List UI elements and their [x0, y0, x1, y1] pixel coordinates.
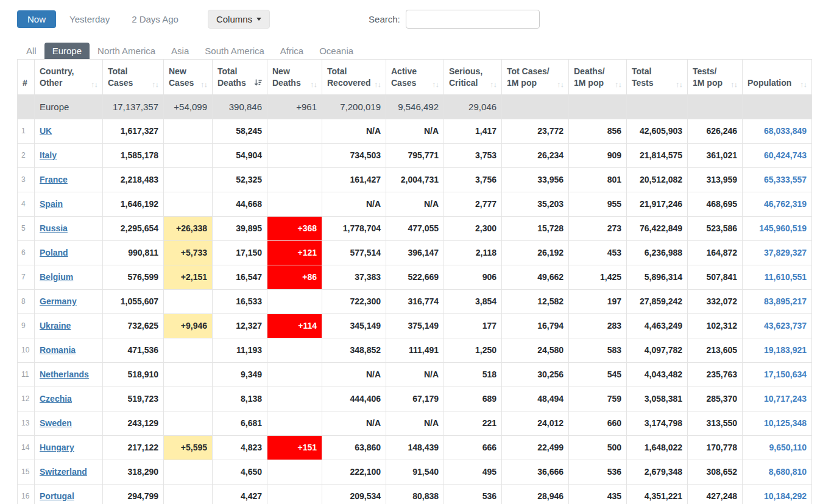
country-link[interactable]: Italy	[40, 150, 57, 160]
cell-rank: 3	[18, 168, 35, 192]
column-header-serious_critical[interactable]: Serious,Critical↑↓	[444, 60, 502, 95]
country-link[interactable]: Spain	[40, 199, 63, 209]
table-row: 16Portugal294,7994,427209,53480,83853628…	[18, 485, 812, 504]
population-link[interactable]: 145,960,519	[759, 223, 807, 233]
cell-total_cases: 2,295,654	[103, 217, 164, 241]
tab-south-america[interactable]: South America	[197, 43, 272, 59]
cell-population	[743, 95, 812, 119]
column-header-line2: Critical	[449, 77, 478, 89]
yesterday-button[interactable]: Yesterday	[69, 10, 110, 28]
cell-total_cases: 471,536	[103, 338, 164, 363]
cell-active_cases: 67,179	[386, 387, 444, 411]
cell-tests_1m: 164,872	[688, 241, 743, 265]
population-link[interactable]: 11,610,551	[765, 272, 807, 282]
population-link[interactable]: 8,680,810	[769, 467, 807, 477]
table-row: 13Sweden243,1296,681N/AN/A22124,0126603,…	[18, 411, 812, 436]
tab-all[interactable]: All	[18, 43, 44, 59]
column-header-new_deaths[interactable]: NewDeaths↑↓	[267, 60, 322, 95]
cell-population: 8,680,810	[743, 460, 812, 485]
country-link[interactable]: Ukraine	[40, 321, 71, 331]
columns-dropdown-button[interactable]: Columns	[208, 10, 270, 29]
country-link[interactable]: Germany	[40, 296, 77, 306]
cell-population: 65,333,557	[743, 168, 812, 192]
country-link[interactable]: Portugal	[40, 491, 74, 501]
country-link[interactable]: Russia	[40, 223, 68, 233]
country-link[interactable]: France	[40, 175, 68, 184]
country-link[interactable]: Sweden	[40, 418, 72, 428]
cell-active_cases: 91,540	[386, 460, 444, 485]
cell-total_deaths: 44,668	[213, 192, 267, 217]
tab-north-america[interactable]: North America	[90, 43, 163, 59]
population-link[interactable]: 60,424,743	[764, 150, 807, 160]
search-input[interactable]	[406, 10, 540, 29]
cell-deaths_1m: 801	[569, 168, 627, 192]
country-link[interactable]: Belgium	[40, 272, 73, 282]
country-link[interactable]: Poland	[40, 248, 68, 257]
cell-new_cases	[164, 387, 213, 411]
column-header-total_tests[interactable]: TotalTests↑↓	[627, 60, 688, 95]
cell-deaths_1m: 856	[569, 119, 627, 144]
column-header-line1: Deaths/	[574, 66, 621, 77]
population-link[interactable]: 10,717,243	[764, 394, 807, 404]
country-link[interactable]: Hungary	[40, 443, 74, 452]
column-header-rank[interactable]: #	[18, 60, 35, 95]
cell-tot_cases_1m: 26,234	[502, 144, 569, 168]
covid-stats-table: #Country,Other↑↓TotalCases↑↓NewCases↑↓To…	[17, 59, 812, 504]
cell-country: Germany	[35, 290, 103, 314]
tab-africa[interactable]: Africa	[272, 43, 311, 59]
cell-rank: 13	[18, 411, 35, 436]
column-header-tests_1m[interactable]: Tests/1M pop↑↓	[688, 60, 743, 95]
population-link[interactable]: 65,333,557	[764, 175, 807, 184]
population-link[interactable]: 68,033,849	[764, 126, 807, 136]
cell-rank: 9	[18, 314, 35, 338]
now-button[interactable]: Now	[17, 10, 56, 28]
cell-serious_critical: 221	[444, 411, 502, 436]
cell-serious_critical: 1,250	[444, 338, 502, 363]
population-link[interactable]: 43,623,737	[764, 321, 807, 331]
column-header-total_cases[interactable]: TotalCases↑↓	[103, 60, 164, 95]
tab-oceania[interactable]: Oceania	[311, 43, 361, 59]
cell-active_cases: 2,004,731	[386, 168, 444, 192]
cell-total_tests: 4,097,782	[627, 338, 688, 363]
tab-europe[interactable]: Europe	[44, 43, 90, 59]
population-link[interactable]: 83,895,217	[764, 296, 807, 306]
cell-tests_1m: 626,246	[688, 119, 743, 144]
column-header-line1: Country,	[40, 66, 97, 77]
two-days-ago-button[interactable]: 2 Days Ago	[132, 10, 178, 28]
table-row: 15Switzerland318,2904,650222,10091,54049…	[18, 460, 812, 485]
population-link[interactable]: 10,125,348	[764, 418, 807, 428]
cell-serious_critical: 666	[444, 436, 502, 460]
column-header-population[interactable]: Population↑↓	[743, 60, 812, 95]
cell-tot_cases_1m: 24,580	[502, 338, 569, 363]
cell-new_deaths: +368	[267, 217, 322, 241]
column-header-country[interactable]: Country,Other↑↓	[35, 60, 103, 95]
column-header-new_cases[interactable]: NewCases↑↓	[164, 60, 213, 95]
cell-total_tests: 76,422,849	[627, 217, 688, 241]
cell-total_recovered: N/A	[322, 411, 386, 436]
column-header-line2: Cases	[169, 77, 194, 89]
population-link[interactable]: 10,184,292	[764, 491, 807, 501]
column-header-deaths_1m[interactable]: Deaths/1M pop↑↓	[569, 60, 627, 95]
population-link[interactable]: 19,183,921	[764, 345, 807, 355]
country-link[interactable]: Czechia	[40, 394, 72, 404]
population-link[interactable]: 46,762,319	[764, 199, 807, 209]
cell-new_deaths: +114	[267, 314, 322, 338]
column-header-line2: 1M pop	[574, 77, 604, 89]
population-link[interactable]: 17,150,634	[764, 369, 807, 379]
column-header-active_cases[interactable]: ActiveCases↑↓	[386, 60, 444, 95]
population-link[interactable]: 9,650,110	[769, 443, 807, 452]
cell-total_cases: 318,290	[103, 460, 164, 485]
column-header-total_recovered[interactable]: TotalRecovered↑↓	[322, 60, 386, 95]
cell-total_deaths: 11,193	[213, 338, 267, 363]
cell-population: 83,895,217	[743, 290, 812, 314]
country-link[interactable]: Netherlands	[40, 369, 89, 379]
country-link[interactable]: UK	[40, 126, 52, 136]
tab-asia[interactable]: Asia	[163, 43, 197, 59]
population-link[interactable]: 37,829,327	[764, 248, 807, 257]
cell-country: Hungary	[35, 436, 103, 460]
column-header-tot_cases_1m[interactable]: Tot Cases/1M pop↑↓	[502, 60, 569, 95]
country-link[interactable]: Romania	[40, 345, 76, 355]
cell-total_deaths: 8,138	[213, 387, 267, 411]
country-link[interactable]: Switzerland	[40, 467, 87, 477]
column-header-total_deaths[interactable]: TotalDeaths	[213, 60, 267, 95]
